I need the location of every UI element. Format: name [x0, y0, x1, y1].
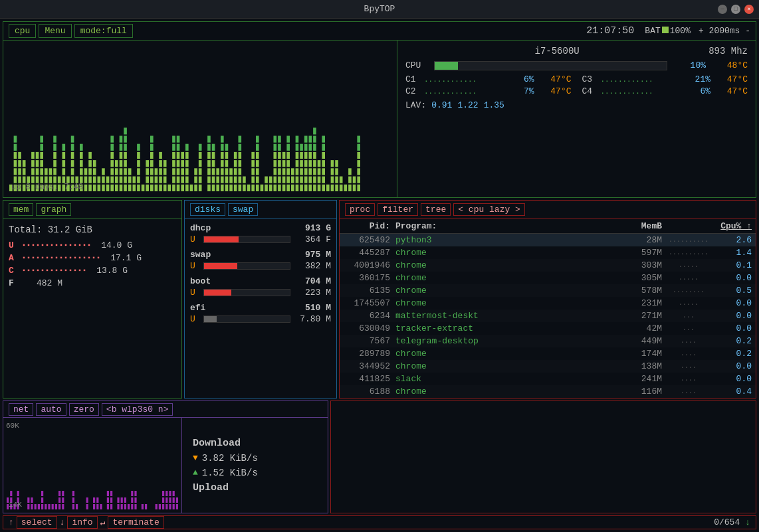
- mem-graph-tab[interactable]: graph: [36, 203, 71, 216]
- proc-dots: ........: [662, 287, 715, 294]
- upload-speed: 1.52 KiB/s: [202, 468, 258, 478]
- proc-row[interactable]: 360175 chrome 305M ..... 0.0: [340, 272, 756, 284]
- proc-row[interactable]: 6234 mattermost-deskt 271M ... 0.0: [340, 310, 756, 322]
- download-arrow-icon: ▼: [193, 453, 198, 463]
- tree-tab[interactable]: tree: [421, 203, 451, 216]
- proc-row[interactable]: 445287 chrome 597M .......... 1.4: [340, 246, 756, 259]
- terminate-button[interactable]: terminate: [108, 516, 163, 529]
- proc-row[interactable]: 1745507 chrome 231M ..... 0.0: [340, 297, 756, 310]
- disk-swap-name: swap: [190, 250, 211, 260]
- net-zero-tab[interactable]: zero: [69, 403, 99, 416]
- status-bar: ↑ select ↓ info ↵ terminate 0/654 ↓: [3, 515, 756, 529]
- proc-row[interactable]: 625492 python3 28M .......... 2.6: [340, 234, 756, 246]
- proc-mem: 42M: [625, 323, 662, 333]
- proc-dots: ....: [662, 337, 715, 345]
- proc-pid: 360175: [344, 273, 390, 283]
- mem-header: mem graph: [3, 201, 181, 219]
- net-info-area: Download ▼ 3.82 KiB/s ▲ 1.52 KiB/s Uploa…: [181, 418, 328, 513]
- disk-swap: swap 975 M U 382 M: [190, 250, 331, 271]
- proc-cpu: 0.0: [715, 298, 752, 308]
- proc-cpu: 0.0: [715, 323, 752, 333]
- proc-table-header: Pid: Program: MemB Cpu% ↑: [340, 219, 756, 234]
- proc-mem: 116M: [625, 387, 662, 397]
- proc-pid: 6188: [344, 387, 390, 397]
- proc-dots: ..........: [662, 236, 715, 244]
- mode-selector[interactable]: mode:full: [74, 24, 133, 38]
- proc-row[interactable]: 289789 chrome 174M .... 0.2: [340, 347, 756, 360]
- mem-u-val: 14.0 G: [96, 240, 132, 250]
- core-c3-label: C3: [582, 74, 597, 84]
- proc-pid: 4001946: [344, 260, 390, 270]
- core-c3-temp: 47°C: [714, 74, 748, 84]
- proc-row[interactable]: 4001946 chrome 303M ..... 0.1: [340, 259, 756, 272]
- disk-dhcp-bar: [203, 236, 290, 243]
- proc-dots: ...: [662, 312, 715, 319]
- disk-efi-name: efi: [190, 303, 205, 313]
- proc-tab[interactable]: proc: [345, 203, 375, 216]
- proc-mem: 597M: [625, 248, 662, 258]
- swap-tab[interactable]: swap: [228, 203, 258, 216]
- proc-prog: chrome: [390, 286, 625, 296]
- net-auto-tab[interactable]: auto: [36, 403, 66, 416]
- mem-a-label: A: [9, 253, 18, 263]
- mem-u-label: U: [9, 240, 18, 250]
- disk-boot-val: 223 M: [294, 288, 331, 298]
- core-c2-pct: 7%: [509, 86, 534, 96]
- proc-mem: 138M: [625, 361, 662, 371]
- select-button[interactable]: select: [17, 516, 57, 529]
- proc-cpu: 0.1: [715, 260, 752, 270]
- interval-control[interactable]: + 2000ms -: [699, 26, 750, 36]
- core-c2-dots: ............: [424, 88, 505, 96]
- download-label: Download: [193, 438, 317, 449]
- cpu-cores-grid: C1 ............ 6% 47°C C3 ............ …: [405, 74, 748, 96]
- core-c4-temp: 47°C: [714, 86, 748, 96]
- minimize-button[interactable]: —: [718, 5, 727, 14]
- disk-dhcp-val: 364 F: [294, 234, 331, 244]
- close-button[interactable]: ✕: [744, 5, 754, 14]
- proc-cpu: 0.0: [715, 273, 752, 283]
- proc-row[interactable]: 630049 tracker-extract 42M ... 0.0: [340, 322, 756, 335]
- cpu-model-row: i7-5600U 893 Mhz: [405, 46, 748, 56]
- disk-dhcp-name: dhcp: [190, 223, 211, 233]
- core-c4-pct: 6%: [685, 86, 710, 96]
- net-interface-tab[interactable]: <b wlp3s0 n>: [102, 403, 173, 416]
- filter-tab[interactable]: filter: [378, 203, 418, 216]
- bottom-section: net auto zero <b wlp3s0 n> 60K 14K Downl…: [3, 400, 756, 513]
- disk-efi: efi 510 M U 7.80 M: [190, 303, 331, 324]
- disk-dhcp-fill: [204, 236, 239, 242]
- cpu-tab[interactable]: cpu: [9, 24, 36, 38]
- mem-u-bar: ▪▪▪▪▪▪▪▪▪▪▪▪▪▪▪: [22, 242, 92, 249]
- disk-efi-label: U: [190, 314, 199, 324]
- mem-c-label: C: [9, 266, 18, 276]
- disk-swap-size: 975 M: [305, 250, 331, 260]
- lav-label: LAV:: [405, 100, 426, 110]
- disks-tab[interactable]: disks: [190, 203, 225, 216]
- mem-tab[interactable]: mem: [9, 203, 33, 216]
- status-enter-arrow: ↵: [100, 517, 106, 528]
- disk-efi-name-row: efi 510 M: [190, 303, 331, 313]
- cpu-overall-pct: 10%: [673, 60, 706, 70]
- proc-row[interactable]: 6135 chrome 578M ........ 0.5: [340, 284, 756, 297]
- clock: 21:07:50: [586, 25, 634, 37]
- info-button[interactable]: info: [67, 516, 97, 529]
- proc-row[interactable]: 7567 telegram-desktop 449M .... 0.2: [340, 335, 756, 347]
- proc-row[interactable]: 6188 chrome 116M .... 0.4: [340, 385, 756, 398]
- proc-prog: chrome: [390, 349, 625, 359]
- mem-row-c: C ▪▪▪▪▪▪▪▪▪▪▪▪▪▪ 13.8 G: [9, 266, 176, 276]
- disks-panel: disks swap dhcp 913 G U 364 F: [184, 200, 337, 399]
- proc-header-mem: MemB: [625, 221, 662, 231]
- proc-mem: 305M: [625, 273, 662, 283]
- proc-row[interactable]: 411825 slack 241M .... 0.0: [340, 373, 756, 385]
- menu-button[interactable]: Menu: [39, 24, 71, 38]
- mem-c-bar: ▪▪▪▪▪▪▪▪▪▪▪▪▪▪: [22, 267, 87, 274]
- proc-row[interactable]: 344952 chrome 138M .... 0.0: [340, 360, 756, 373]
- core-c1-pct: 6%: [509, 74, 534, 84]
- cpu-sort-tab[interactable]: < cpu lazy >: [453, 203, 525, 216]
- disk-swap-bar: [203, 262, 290, 270]
- net-scale-bottom: 14K: [9, 501, 22, 509]
- net-scale-top: 60K: [6, 422, 19, 430]
- proc-header: proc filter tree < cpu lazy >: [340, 201, 756, 219]
- disk-swap-label: U: [190, 261, 199, 271]
- maximize-button[interactable]: □: [731, 5, 740, 14]
- net-tab[interactable]: net: [9, 403, 33, 416]
